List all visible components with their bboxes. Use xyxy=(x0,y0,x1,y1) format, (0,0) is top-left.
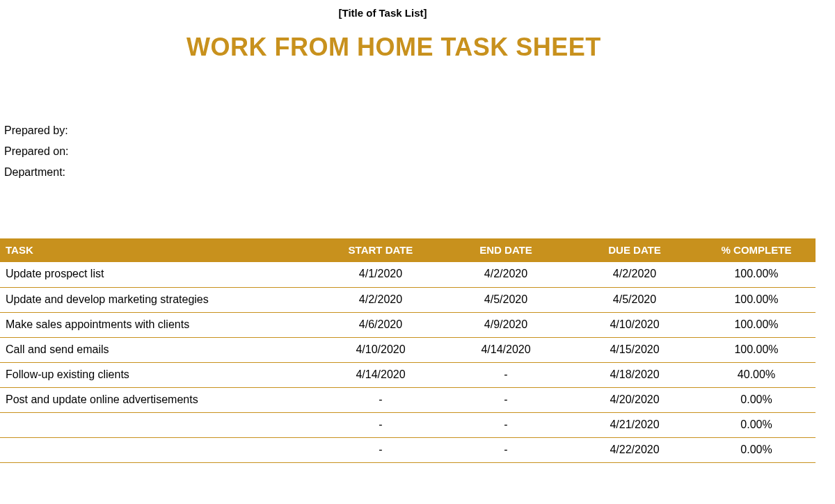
main-title: WORK FROM HOME TASK SHEET xyxy=(0,33,835,62)
cell-due: 4/2/2020 xyxy=(572,262,697,287)
cell-due: 4/21/2020 xyxy=(572,412,697,437)
table-row: Update and develop marketing strategies … xyxy=(0,287,816,312)
cell-end: - xyxy=(440,412,572,437)
cell-end: 4/5/2020 xyxy=(440,287,572,312)
table-row: Follow-up existing clients 4/14/2020 - 4… xyxy=(0,362,816,387)
cell-end: 4/9/2020 xyxy=(440,312,572,337)
col-header-due-date: DUE DATE xyxy=(572,238,697,262)
cell-start: 4/10/2020 xyxy=(321,337,440,362)
cell-task: Update and develop marketing strategies xyxy=(0,287,321,312)
prepared-by-label: Prepared by: xyxy=(4,120,835,141)
cell-end: - xyxy=(440,437,572,462)
cell-pct: 100.00% xyxy=(697,262,816,287)
cell-pct: 0.00% xyxy=(697,437,816,462)
cell-pct: 100.00% xyxy=(697,337,816,362)
cell-due: 4/20/2020 xyxy=(572,387,697,412)
table-row: - - 4/21/2020 0.00% xyxy=(0,412,816,437)
table-row: Call and send emails 4/10/2020 4/14/2020… xyxy=(0,337,816,362)
cell-start: - xyxy=(321,412,440,437)
cell-task: Call and send emails xyxy=(0,337,321,362)
cell-pct: 0.00% xyxy=(697,387,816,412)
col-header-task: TASK xyxy=(0,238,321,262)
cell-pct: 0.00% xyxy=(697,412,816,437)
cell-start: - xyxy=(321,387,440,412)
col-header-pct-complete: % COMPLETE xyxy=(697,238,816,262)
table-row: Post and update online advertisements - … xyxy=(0,387,816,412)
cell-end: 4/14/2020 xyxy=(440,337,572,362)
cell-task: Update prospect list xyxy=(0,262,321,287)
cell-pct: 100.00% xyxy=(697,312,816,337)
cell-due: 4/10/2020 xyxy=(572,312,697,337)
task-table-body: Update prospect list 4/1/2020 4/2/2020 4… xyxy=(0,262,816,462)
cell-start: 4/6/2020 xyxy=(321,312,440,337)
table-header-row: TASK START DATE END DATE DUE DATE % COMP… xyxy=(0,238,816,262)
document-page: [Title of Task List] WORK FROM HOME TASK… xyxy=(0,0,835,463)
cell-end: 4/2/2020 xyxy=(440,262,572,287)
prepared-on-label: Prepared on: xyxy=(4,141,835,162)
cell-due: 4/18/2020 xyxy=(572,362,697,387)
col-header-end-date: END DATE xyxy=(440,238,572,262)
cell-start: - xyxy=(321,437,440,462)
cell-start: 4/14/2020 xyxy=(321,362,440,387)
col-header-start-date: START DATE xyxy=(321,238,440,262)
cell-pct: 100.00% xyxy=(697,287,816,312)
cell-task xyxy=(0,437,321,462)
task-table: TASK START DATE END DATE DUE DATE % COMP… xyxy=(0,238,816,463)
cell-task xyxy=(0,412,321,437)
cell-start: 4/2/2020 xyxy=(321,287,440,312)
cell-end: - xyxy=(440,387,572,412)
cell-task: Post and update online advertisements xyxy=(0,387,321,412)
cell-task: Make sales appointments with clients xyxy=(0,312,321,337)
cell-due: 4/22/2020 xyxy=(572,437,697,462)
table-row: - - 4/22/2020 0.00% xyxy=(0,437,816,462)
cell-end: - xyxy=(440,362,572,387)
department-label: Department: xyxy=(4,162,835,183)
cell-pct: 40.00% xyxy=(697,362,816,387)
cell-task: Follow-up existing clients xyxy=(0,362,321,387)
cell-start: 4/1/2020 xyxy=(321,262,440,287)
table-row: Make sales appointments with clients 4/6… xyxy=(0,312,816,337)
cell-due: 4/5/2020 xyxy=(572,287,697,312)
cell-due: 4/15/2020 xyxy=(572,337,697,362)
table-row: Update prospect list 4/1/2020 4/2/2020 4… xyxy=(0,262,816,287)
meta-block: Prepared by: Prepared on: Department: xyxy=(0,120,835,183)
title-placeholder: [Title of Task List] xyxy=(0,7,835,19)
